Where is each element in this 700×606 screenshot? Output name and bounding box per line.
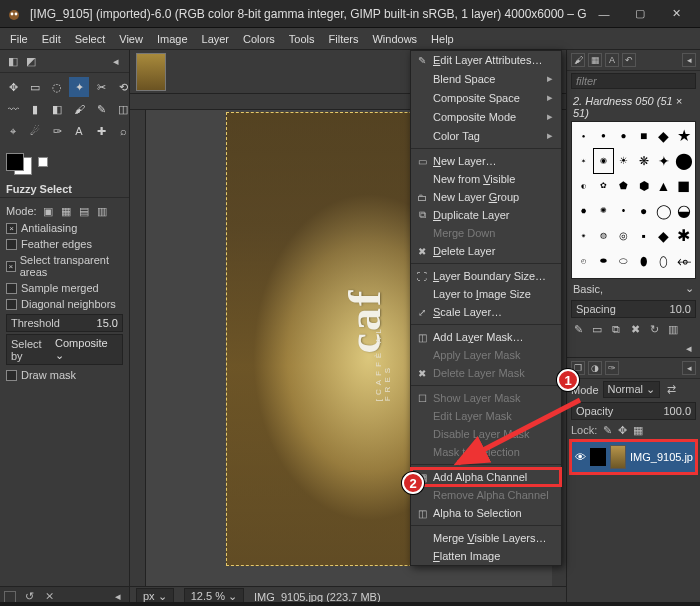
- layer-mode-selector[interactable]: Normal ⌄: [603, 381, 661, 398]
- mode-subtract-icon[interactable]: ▤: [77, 204, 91, 218]
- brush-preset[interactable]: ▲: [654, 174, 673, 198]
- brushes-tab-icon[interactable]: 🖌: [571, 53, 585, 67]
- save-preset-icon[interactable]: [4, 591, 16, 603]
- brush-preset[interactable]: ▪: [634, 224, 653, 248]
- brush-preset[interactable]: ⬭: [614, 249, 633, 273]
- smudge-tool[interactable]: ☄: [25, 121, 45, 141]
- toolbox-tab-icon[interactable]: ◧: [6, 54, 20, 68]
- brush-preset[interactable]: ⬤: [674, 149, 693, 173]
- brush-preset[interactable]: ⬣: [574, 199, 593, 223]
- layer-opacity-field[interactable]: Opacity100.0: [571, 402, 696, 420]
- layer-mask-thumb[interactable]: [590, 448, 606, 466]
- channels-tab-icon[interactable]: ◑: [588, 361, 602, 375]
- menu-composite-space[interactable]: Composite Space▸: [411, 88, 561, 107]
- pencil-tool[interactable]: ✎: [91, 99, 111, 119]
- color-swatches[interactable]: [0, 143, 129, 181]
- brush-preset[interactable]: ⬯: [654, 249, 673, 273]
- brush-preset[interactable]: ✺: [594, 199, 613, 223]
- menu-windows[interactable]: Windows: [366, 31, 423, 47]
- window-close-button[interactable]: ✕: [658, 2, 694, 26]
- history-tab-icon[interactable]: ↶: [622, 53, 636, 67]
- brush-preset[interactable]: •: [614, 199, 633, 223]
- menu-filters[interactable]: Filters: [323, 31, 365, 47]
- menu-add-layer-mask[interactable]: ◫Add Layer Mask…: [411, 328, 561, 346]
- diagonal-checkbox[interactable]: [6, 299, 17, 310]
- free-select-tool[interactable]: ◌: [47, 77, 67, 97]
- transparent-option[interactable]: ×Select transparent areas: [6, 252, 123, 280]
- menu-new-layer-group[interactable]: 🗀New Layer Group: [411, 188, 561, 206]
- clone-tool[interactable]: ⌖: [3, 121, 23, 141]
- draw-mask-checkbox[interactable]: [6, 370, 17, 381]
- brush-preset[interactable]: ✶: [574, 149, 593, 173]
- foreground-color-swatch[interactable]: [6, 153, 24, 171]
- open-as-image-icon[interactable]: ▥: [666, 322, 680, 336]
- color-picker-tool[interactable]: ✚: [91, 121, 111, 141]
- new-brush-icon[interactable]: ▭: [590, 322, 604, 336]
- menu-image[interactable]: Image: [151, 31, 194, 47]
- menu-delete-layer[interactable]: ✖Delete Layer: [411, 242, 561, 260]
- brush-preset[interactable]: ◍: [594, 224, 613, 248]
- rect-select-tool[interactable]: ▭: [25, 77, 45, 97]
- antialiasing-checkbox[interactable]: ×: [6, 223, 17, 234]
- menu-tools[interactable]: Tools: [283, 31, 321, 47]
- brush-preset[interactable]: ⬢: [634, 174, 653, 198]
- transparent-checkbox[interactable]: ×: [6, 261, 16, 272]
- mode-intersect-icon[interactable]: ▥: [95, 204, 109, 218]
- layer-visibility-icon[interactable]: 👁: [574, 451, 586, 463]
- brush-preset[interactable]: ●: [614, 124, 633, 148]
- brush-preset[interactable]: ⬮: [634, 249, 653, 273]
- dock-menu-chevron-icon[interactable]: ◂: [682, 53, 696, 67]
- duplicate-brush-icon[interactable]: ⧉: [609, 322, 623, 336]
- brush-preset[interactable]: ◆: [654, 224, 673, 248]
- menu-composite-mode[interactable]: Composite Mode▸: [411, 107, 561, 126]
- menu-colors[interactable]: Colors: [237, 31, 281, 47]
- brush-preset[interactable]: ◉: [594, 149, 613, 173]
- diagonal-option[interactable]: Diagonal neighbors: [6, 296, 123, 312]
- threshold-field[interactable]: Threshold15.0: [6, 314, 123, 332]
- lock-alpha-icon[interactable]: ▦: [633, 424, 643, 437]
- brush-preset[interactable]: ◐: [574, 174, 593, 198]
- menu-blend-space[interactable]: Blend Space▸: [411, 69, 561, 88]
- menu-edit-layer-attributes[interactable]: ✎Edit Layer Attributes…: [411, 51, 561, 69]
- patterns-tab-icon[interactable]: ▦: [588, 53, 602, 67]
- menu-color-tag[interactable]: Color Tag▸: [411, 126, 561, 145]
- brush-preset[interactable]: ●: [634, 199, 653, 223]
- toolbox-config-icon[interactable]: ◩: [24, 54, 38, 68]
- menu-file[interactable]: File: [4, 31, 34, 47]
- brush-preset[interactable]: ◴: [574, 249, 593, 273]
- brush-preset[interactable]: ●: [574, 124, 593, 148]
- image-tab-thumbnail[interactable]: [136, 53, 166, 91]
- mode-add-icon[interactable]: ▦: [59, 204, 73, 218]
- brush-preset[interactable]: ⬰: [674, 249, 693, 273]
- crop-tool[interactable]: ✂: [91, 77, 111, 97]
- window-minimize-button[interactable]: —: [586, 2, 622, 26]
- menu-new-from-visible[interactable]: New from Visible: [411, 170, 561, 188]
- brush-preset-selector[interactable]: Basic,⌄: [567, 279, 700, 298]
- menu-duplicate-layer[interactable]: ⧉Duplicate Layer: [411, 206, 561, 224]
- brush-spacing-field[interactable]: Spacing10.0: [571, 300, 696, 318]
- menu-help[interactable]: Help: [425, 31, 460, 47]
- brush-preset[interactable]: ❋: [634, 149, 653, 173]
- layers-menu-chevron-icon[interactable]: ◂: [682, 361, 696, 375]
- menu-view[interactable]: View: [113, 31, 149, 47]
- brush-preset[interactable]: ☀: [614, 149, 633, 173]
- feather-option[interactable]: Feather edges: [6, 236, 123, 252]
- layer-thumbnail[interactable]: [610, 445, 626, 469]
- move-tool[interactable]: ✥: [3, 77, 23, 97]
- menu-merge-visible-layers[interactable]: Merge Visible Layers…: [411, 529, 561, 547]
- path-tool[interactable]: ✑: [47, 121, 67, 141]
- text-tool[interactable]: A: [69, 121, 89, 141]
- menu-layer-boundary-size[interactable]: ⛶Layer Boundary Size…: [411, 267, 561, 285]
- brush-preset[interactable]: ◎: [614, 224, 633, 248]
- lock-position-icon[interactable]: ✥: [618, 424, 627, 437]
- refresh-brush-icon[interactable]: ↻: [647, 322, 661, 336]
- bucket-fill-tool[interactable]: ▮: [25, 99, 45, 119]
- brush-preset[interactable]: ◆: [654, 124, 673, 148]
- brush-preset[interactable]: ✷: [574, 224, 593, 248]
- brush-preset[interactable]: ●: [594, 124, 613, 148]
- brush-filter-input[interactable]: filter: [571, 73, 696, 89]
- menu-new-layer[interactable]: ▭New Layer…: [411, 152, 561, 170]
- mode-replace-icon[interactable]: ▣: [41, 204, 55, 218]
- paintbrush-tool[interactable]: 🖌: [69, 99, 89, 119]
- select-by-field[interactable]: Select byComposite ⌄: [6, 334, 123, 365]
